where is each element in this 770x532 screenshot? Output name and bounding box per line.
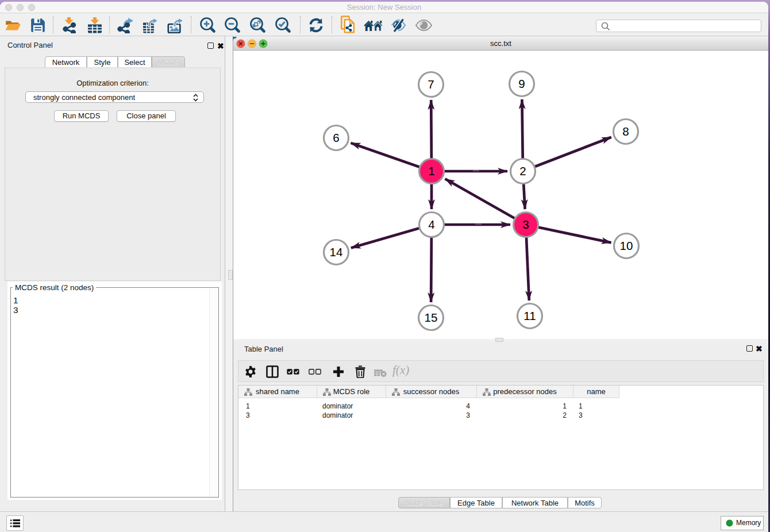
svg-text:8: 8 xyxy=(622,125,629,138)
svg-text:4: 4 xyxy=(428,218,434,231)
svg-text:15: 15 xyxy=(425,311,438,324)
svg-text:11: 11 xyxy=(523,309,536,322)
svg-text:9: 9 xyxy=(518,77,525,90)
svg-text:14: 14 xyxy=(330,245,343,259)
svg-text:3: 3 xyxy=(522,218,529,231)
svg-text:7: 7 xyxy=(428,78,434,91)
svg-text:2: 2 xyxy=(519,164,526,178)
svg-text:1: 1 xyxy=(428,164,434,178)
svg-text:6: 6 xyxy=(333,131,339,144)
svg-text:10: 10 xyxy=(620,239,633,252)
